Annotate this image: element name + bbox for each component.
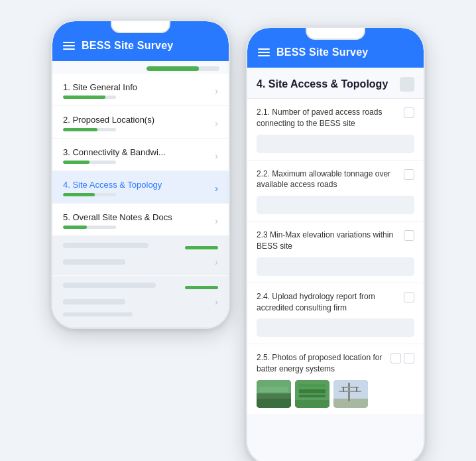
question-block-2-5: 2.5. Photos of proposed location for bat… (247, 344, 424, 415)
question-2-5-text: 2.5. Photos of proposed location for bat… (257, 352, 385, 375)
photo-thumb-1[interactable] (257, 380, 291, 408)
menu-item-3-label: 3. Connectivity & Bandwi... (63, 147, 209, 157)
menu-item-4[interactable]: 4. Site Access & Topology › (52, 171, 229, 204)
menu-item-2[interactable]: 2. Proposed Location(s) › (52, 106, 229, 139)
question-2-4-checkbox[interactable] (404, 292, 414, 302)
chevron-icon-1: › (215, 85, 218, 96)
question-2-5-checkbox-2[interactable] (404, 353, 414, 363)
svg-rect-3 (259, 387, 288, 392)
question-2-3-input[interactable] (257, 257, 414, 276)
photo-thumb-2[interactable] (295, 380, 329, 408)
question-2-2-input[interactable] (257, 196, 414, 214)
question-block-2-2: 2.2. Maximum allowable tonnage over avai… (247, 161, 424, 222)
question-block-2-1: 2.1. Number of paved access roads connec… (247, 99, 424, 161)
question-2-3-checkbox[interactable] (404, 230, 414, 241)
photos-row (257, 380, 414, 408)
question-2-3-text: 2.3 Min-Max elevation variations within … (257, 230, 398, 252)
photo-thumb-3[interactable] (333, 380, 368, 408)
svg-rect-13 (339, 391, 361, 392)
question-block-2-4: 2.4. Upload hydrology report from accred… (247, 283, 424, 345)
svg-rect-14 (343, 387, 344, 392)
chevron-icon-2: › (215, 117, 218, 129)
right-phone-body: 2.1. Number of paved access roads connec… (247, 99, 424, 461)
section-header: 4. Site Access & Topology (247, 68, 424, 99)
phone-notch (111, 21, 170, 33)
grey-section-2: › (52, 276, 229, 328)
right-phone: BESS Site Survey 4. Site Access & Topolo… (246, 27, 425, 461)
section-header-icon[interactable] (400, 77, 414, 92)
question-2-4-input[interactable] (257, 318, 414, 337)
chevron-icon-3: › (215, 150, 218, 161)
svg-rect-15 (356, 387, 357, 392)
chevron-icon-5: › (215, 215, 218, 226)
section-title: 4. Site Access & Topology (257, 78, 388, 90)
right-menu-icon[interactable] (258, 48, 270, 56)
question-2-4-text: 2.4. Upload hydrology report from accred… (257, 291, 398, 314)
menu-item-2-label: 2. Proposed Location(s) (63, 115, 209, 125)
menu-item-4-label: 4. Site Access & Topology (63, 180, 209, 190)
chevron-icon-4: › (215, 182, 218, 194)
question-2-1-input[interactable] (257, 135, 414, 153)
menu-item-5-label: 5. Overall Site Notes & Docs (63, 212, 209, 222)
left-menu-icon[interactable] (63, 42, 75, 50)
menu-item-3[interactable]: 3. Connectivity & Bandwi... › (52, 139, 229, 171)
menu-item-5[interactable]: 5. Overall Site Notes & Docs › (52, 204, 229, 236)
question-2-1-checkbox[interactable] (404, 107, 414, 118)
top-progress-bg (147, 66, 219, 71)
left-header-title: BESS Site Survey (82, 40, 173, 52)
question-2-5-checkbox-1[interactable] (390, 353, 401, 363)
question-2-2-text: 2.2. Maximum allowable tonnage over avai… (257, 168, 398, 191)
question-2-1-text: 2.1. Number of paved access roads connec… (257, 107, 398, 129)
svg-rect-1 (257, 399, 291, 408)
svg-rect-10 (333, 399, 368, 408)
menu-item-1-label: 1. Site General Info (63, 82, 209, 92)
right-phone-notch (306, 28, 365, 40)
right-header-title: BESS Site Survey (276, 46, 368, 58)
svg-rect-5 (295, 400, 329, 408)
top-progress-fill (147, 66, 199, 71)
svg-rect-6 (299, 389, 326, 393)
question-2-2-checkbox[interactable] (404, 169, 414, 180)
svg-rect-7 (299, 395, 326, 397)
grey-section-1: › (52, 236, 229, 275)
question-block-2-3: 2.3 Min-Max elevation variations within … (247, 222, 424, 283)
left-phone: BESS Site Survey 1. Site General Info › (51, 20, 230, 329)
menu-item-1[interactable]: 1. Site General Info › (52, 74, 229, 106)
svg-rect-8 (299, 384, 326, 387)
